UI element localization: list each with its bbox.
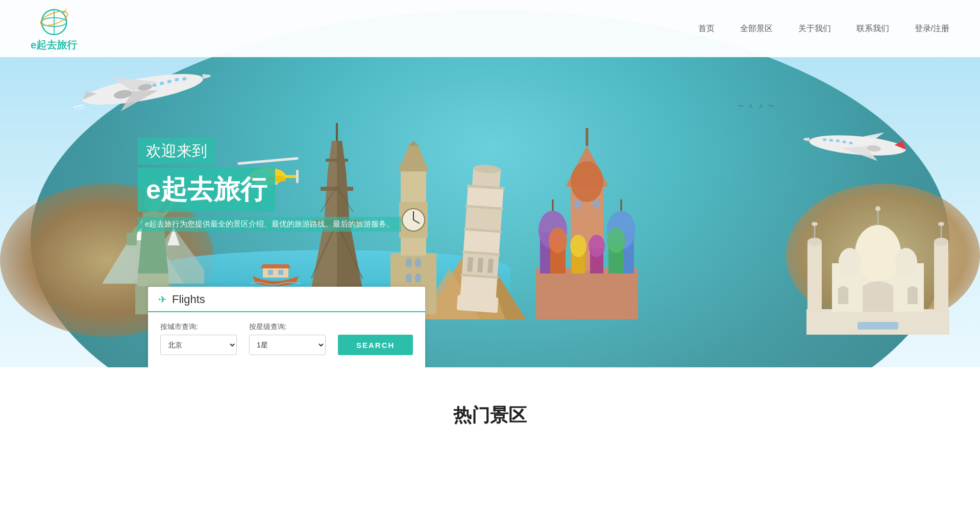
hot-title-area: 热门景区 [0,378,980,438]
svg-rect-77 [467,257,473,272]
svg-point-115 [855,225,901,281]
logo-area: e起去旅行 [31,5,77,52]
svg-rect-24 [823,138,826,141]
st-basils-cathedral [521,126,653,321]
nav-scenic[interactable]: 全部景区 [740,23,773,34]
svg-rect-20 [849,142,852,145]
svg-marker-122 [260,264,291,268]
svg-point-96 [589,235,605,257]
svg-marker-59 [408,141,419,146]
hot-section-title: 热门景区 [0,403,980,428]
svg-rect-79 [487,259,494,273]
city-select[interactable]: 北京 上海 广州 成都 杭州 [160,335,237,355]
svg-rect-124 [278,270,283,275]
hot-section: 热门景区 [0,367,980,448]
star-select[interactable]: 1星 2星 3星 4星 5星 [249,335,326,355]
svg-rect-22 [836,139,840,142]
svg-point-117 [875,206,880,211]
svg-point-94 [570,235,586,257]
svg-point-110 [812,222,818,226]
hero-subtitle: e起去旅行为您提供最全的景区介绍、最优的旅游路线、最后的旅游服务。 [138,217,401,232]
birds-group-1: 〜 ∧ ∧ 〜 [738,102,776,111]
svg-rect-23 [829,139,833,142]
search-button[interactable]: SEARCH [338,335,413,355]
svg-rect-65 [460,274,498,300]
svg-point-112 [934,238,948,246]
airplane-tab-icon: ✈ [158,293,167,306]
main-nav: 首页 全部景区 关于我们 联系我们 登录/注册 [698,23,949,34]
svg-point-92 [607,228,625,253]
svg-rect-61 [415,258,421,267]
svg-rect-60 [406,258,412,267]
svg-point-90 [549,228,567,253]
svg-point-118 [839,248,861,277]
svg-rect-111 [934,243,948,312]
svg-rect-99 [574,199,581,209]
svg-point-114 [938,222,944,226]
hero-title: e起去旅行 [138,168,275,212]
svg-rect-107 [807,243,822,312]
svg-point-18 [808,132,906,159]
airplane-top-right [799,118,915,176]
site-header: e起去旅行 首页 全部景区 关于我们 联系我们 登录/注册 [0,0,980,57]
svg-marker-58 [398,146,429,171]
svg-point-119 [895,248,917,277]
search-tab[interactable]: ✈ Flights [148,287,425,312]
svg-rect-63 [415,273,421,283]
svg-rect-100 [593,199,600,209]
svg-rect-34 [138,273,168,286]
svg-rect-21 [842,140,846,143]
search-body: 按城市查询: 北京 上海 广州 成都 杭州 按星级查询: 1星 2星 3星 4星… [148,312,425,367]
hero-text-block: 欢迎来到 e起去旅行 e起去旅行为您提供最全的景区介绍、最优的旅游路线、最后的旅… [138,138,401,232]
logo-icon [36,5,72,41]
hero-welcome: 欢迎来到 [138,138,215,165]
taj-mahal [801,192,954,337]
svg-rect-121 [263,268,288,278]
logo-text: e起去旅行 [31,38,77,52]
svg-rect-80 [536,268,638,319]
star-search-field: 按星级查询: 1星 2星 3星 4星 5星 [249,322,326,355]
svg-point-84 [571,161,603,202]
tab-flights-label: Flights [172,293,205,306]
city-search-label: 按城市查询: [160,322,237,332]
nav-login[interactable]: 登录/注册 [915,23,949,34]
star-search-label: 按星级查询: [249,322,326,332]
boat [250,258,301,291]
nav-about[interactable]: 关于我们 [798,23,831,34]
svg-rect-78 [477,258,483,273]
nav-home[interactable]: 首页 [698,23,715,34]
city-search-field: 按城市查询: 北京 上海 广州 成都 杭州 [160,322,237,355]
svg-rect-120 [857,322,898,330]
svg-point-108 [807,238,822,246]
nav-contact[interactable]: 联系我们 [856,23,889,34]
svg-rect-62 [406,273,412,283]
svg-rect-123 [268,270,273,275]
search-panel: ✈ Flights 按城市查询: 北京 上海 广州 成都 杭州 按星级查询: 1… [148,287,425,367]
svg-rect-43 [127,233,137,245]
